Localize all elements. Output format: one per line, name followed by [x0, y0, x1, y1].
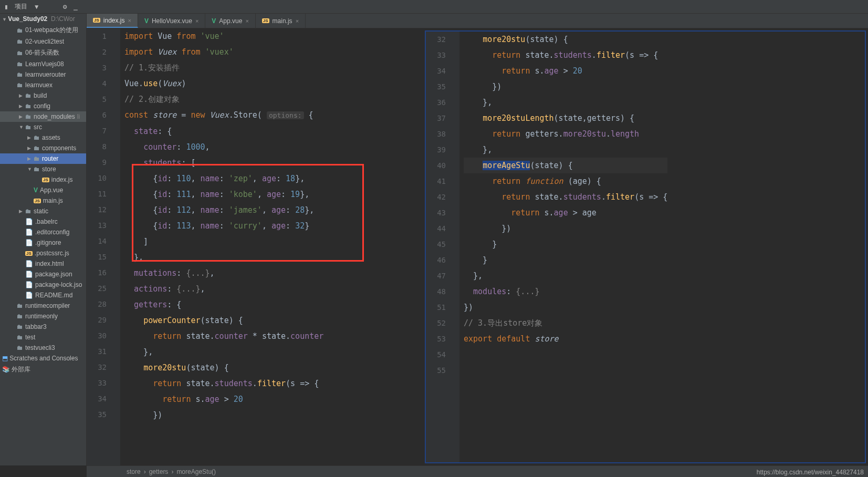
- folder-icon: 🖿: [34, 165, 40, 173]
- js-icon: JS: [42, 178, 49, 182]
- project-label[interactable]: 项目: [15, 2, 27, 11]
- folder-icon: 🖿: [34, 134, 40, 141]
- file-icon: 📄: [25, 260, 33, 267]
- vue-icon: V: [212, 17, 216, 25]
- project-root[interactable]: ▼ Vue_Study02 D:\CWor: [0, 14, 86, 24]
- tree-item-01-webpack---[interactable]: 🖿01-webpack的使用: [0, 24, 86, 36]
- folder-icon: 🖿: [17, 38, 23, 45]
- editor-tabs: JSindex.js×VHelloVuex.vue×VApp.vue×JSmai…: [87, 14, 868, 28]
- tree-item-package-json[interactable]: 📄package.json: [0, 269, 86, 279]
- breadcrumb[interactable]: store › getters › moreAgeStu(): [87, 465, 868, 477]
- tree-item-tabbar3[interactable]: 🖿tabbar3: [0, 322, 86, 332]
- file-icon: 📄: [25, 292, 33, 299]
- tree-item-store[interactable]: ▼🖿store: [0, 164, 86, 174]
- project-tree[interactable]: ▼ Vue_Study02 D:\CWor 🖿01-webpack的使用🖿02-…: [0, 14, 87, 465]
- tree-item-static[interactable]: ▶🖿static: [0, 206, 86, 216]
- tree-item-runtimeonly[interactable]: 🖿runtimeonly: [0, 311, 86, 322]
- dropdown-arrow-icon[interactable]: ▼: [34, 3, 40, 11]
- sidebar-toggle-icon[interactable]: ▮: [4, 3, 8, 11]
- watermark: https://blog.csdn.net/weixin_44827418: [757, 469, 864, 476]
- tree-item-assets[interactable]: ▶🖿assets: [0, 132, 86, 143]
- tree-item--gitignore[interactable]: 📄.gitignore: [0, 237, 86, 248]
- scratches-node[interactable]: ⬒ Scratches and Consoles: [0, 353, 86, 364]
- folder-icon: 🖿: [34, 155, 40, 162]
- collapse-icon[interactable]: ⎯: [74, 3, 78, 11]
- js-icon: JS: [25, 251, 33, 256]
- tree-item-02-vuecli2test[interactable]: 🖿02-vuecli2test: [0, 36, 86, 47]
- folder-icon: 🖿: [17, 60, 23, 68]
- tree-item--editorconfig[interactable]: 📄.editorconfig: [0, 227, 86, 237]
- close-icon[interactable]: ×: [128, 17, 131, 24]
- editor-left[interactable]: 1234567891011121314151625282930313233343…: [87, 28, 423, 465]
- breadcrumb-item[interactable]: moreAgeStu(): [176, 468, 216, 475]
- file-icon: 📄: [25, 281, 33, 288]
- chevron-right-icon: ›: [171, 468, 173, 475]
- folder-icon: 🖿: [17, 323, 23, 330]
- file-icon: 📄: [25, 271, 33, 278]
- tree-item-index-html[interactable]: 📄index.html: [0, 258, 86, 269]
- close-icon[interactable]: ×: [195, 18, 198, 24]
- tree-item-learnvuejs08[interactable]: 🖿LearnVuejs08: [0, 59, 86, 69]
- main: ▼ Vue_Study02 D:\CWor 🖿01-webpack的使用🖿02-…: [0, 14, 868, 465]
- tree-item-runtimecompiler[interactable]: 🖿runtimecompiler: [0, 300, 86, 311]
- tree-item-06-----[interactable]: 🖿06-箭头函数: [0, 47, 86, 59]
- tab-main-js[interactable]: JSmain.js×: [256, 14, 306, 28]
- close-icon[interactable]: ×: [245, 18, 248, 24]
- folder-icon: 🖿: [17, 313, 23, 320]
- tree-item-testvuecli3[interactable]: 🖿testvuecli3: [0, 343, 86, 353]
- vue-icon: V: [34, 186, 38, 194]
- folder-icon: 🖿: [17, 49, 23, 57]
- folder-icon: 🖿: [25, 92, 32, 99]
- folder-icon: 🖿: [17, 344, 23, 351]
- tree-item--postcssrc-js[interactable]: JS.postcssrc.js: [0, 248, 86, 258]
- js-icon: JS: [262, 18, 269, 23]
- folder-icon: 🖿: [25, 123, 32, 131]
- tree-item-app-vue[interactable]: VApp.vue: [0, 185, 86, 195]
- editors-split: 1234567891011121314151625282930313233343…: [87, 28, 868, 465]
- chevron-right-icon: ›: [144, 468, 146, 475]
- folder-icon: 🖿: [17, 334, 23, 341]
- file-icon: 📄: [25, 218, 33, 225]
- folder-icon: 🖿: [17, 27, 23, 34]
- breadcrumb-item[interactable]: store: [127, 468, 141, 475]
- folder-icon: 🖿: [17, 302, 23, 309]
- editor-right[interactable]: 3233343536373839404142434445464748515253…: [425, 30, 866, 463]
- tree-item-build[interactable]: ▶🖿build: [0, 90, 86, 101]
- tree-item-main-js[interactable]: JSmain.js: [0, 195, 86, 206]
- tab-App-vue[interactable]: VApp.vue×: [205, 14, 256, 28]
- tab-HelloVuex-vue[interactable]: VHelloVuex.vue×: [138, 14, 205, 28]
- tree-item-learnvuerouter[interactable]: 🖿learnvuerouter: [0, 69, 86, 80]
- gear-icon[interactable]: ⚙: [63, 3, 67, 11]
- tree-item--babelrc[interactable]: 📄.babelrc: [0, 216, 86, 227]
- external-libs[interactable]: 📚 外部库: [0, 364, 86, 376]
- tree-item-node-modules[interactable]: ▶🖿node_modules li: [0, 111, 86, 122]
- toolbar: ▮ 项目 ▼ ⚙ ⎯: [0, 0, 868, 14]
- line-gutter: 1234567891011121314151625282930313233343…: [87, 28, 113, 465]
- tree-item-readme-md[interactable]: 📄README.md: [0, 290, 86, 300]
- tree-item-test[interactable]: 🖿test: [0, 332, 86, 343]
- js-icon: JS: [34, 199, 41, 203]
- js-icon: JS: [93, 18, 100, 23]
- tree-item-src[interactable]: ▼🖿src: [0, 122, 86, 132]
- tree-item-index-js[interactable]: JSindex.js: [0, 174, 86, 185]
- tab-index-js[interactable]: JSindex.js×: [87, 14, 138, 28]
- close-icon[interactable]: ×: [296, 18, 299, 24]
- line-gutter: 3233343536373839404142434445464748515253…: [426, 32, 452, 462]
- code-area[interactable]: more20stu(state) { return state.students…: [459, 32, 667, 462]
- tree-item-components[interactable]: ▶🖿components: [0, 143, 86, 153]
- tree-item-router[interactable]: ▶🖿router: [0, 153, 86, 164]
- folder-icon: 🖿: [17, 81, 23, 89]
- folder-icon: 🖿: [25, 208, 32, 215]
- folder-icon: 🖿: [25, 102, 32, 110]
- file-icon: 📄: [25, 239, 33, 246]
- vue-icon: V: [144, 17, 149, 25]
- breadcrumb-item[interactable]: getters: [149, 468, 169, 475]
- tree-item-learnvuex[interactable]: 🖿learnvuex: [0, 80, 86, 90]
- folder-icon: 🖿: [17, 71, 23, 78]
- file-icon: 📄: [25, 229, 33, 236]
- code-area[interactable]: import Vue from 'vue'import Vuex from 'v…: [120, 28, 323, 465]
- folder-icon: 🖿: [25, 113, 32, 120]
- folder-icon: 🖿: [34, 144, 40, 152]
- tree-item-config[interactable]: ▶🖿config: [0, 101, 86, 111]
- tree-item-package-lock-jso[interactable]: 📄package-lock.jso: [0, 279, 86, 290]
